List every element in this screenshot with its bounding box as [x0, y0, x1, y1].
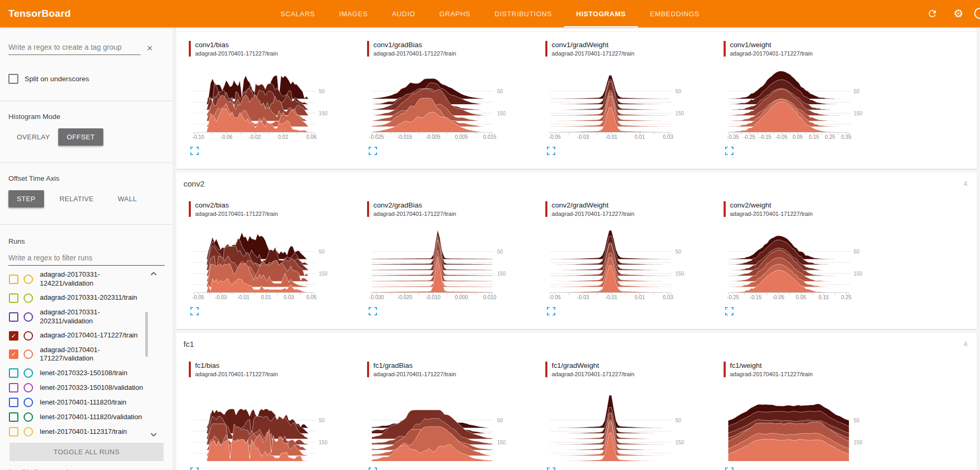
chart-title: fc1/weight	[730, 362, 813, 369]
expand-icon[interactable]	[369, 147, 377, 155]
run-checkbox[interactable]	[9, 398, 18, 407]
tag-filter-input[interactable]	[8, 41, 141, 55]
run-checkbox[interactable]	[9, 383, 18, 392]
tab-audio[interactable]: AUDIO	[380, 0, 427, 27]
svg-text:0.01: 0.01	[261, 294, 272, 300]
svg-text:0.15: 0.15	[809, 134, 820, 140]
chart-card-conv1-bias: conv1/biasadagrad-20170401-171227/train5…	[177, 31, 356, 155]
svg-text:150: 150	[854, 111, 863, 116]
step-button[interactable]: STEP	[8, 190, 44, 207]
run-checkbox[interactable]: ✓	[9, 331, 18, 341]
split-underscores-checkbox[interactable]	[8, 74, 18, 84]
run-color-circle[interactable]	[24, 275, 33, 284]
svg-text:-0.01: -0.01	[606, 134, 618, 140]
divider	[0, 101, 173, 101]
expand-icon[interactable]	[190, 307, 199, 315]
tab-distributions[interactable]: DISTRIBUTIONS	[482, 0, 564, 27]
runs-list: adagrad-20170331-124221/validationadagra…	[0, 268, 173, 441]
overlay-button[interactable]: OVERLAY	[8, 128, 58, 146]
histogram-plot: 50150-0.05-0.03-0.010.010.03	[542, 60, 689, 141]
runs-filter-input[interactable]	[8, 252, 165, 266]
svg-text:0.15: 0.15	[819, 294, 829, 300]
svg-text:-0.02: -0.02	[249, 134, 261, 140]
run-color-circle[interactable]	[24, 312, 33, 322]
runs-filter-row	[8, 252, 165, 266]
refresh-icon[interactable]	[927, 8, 938, 19]
run-color-circle[interactable]	[24, 293, 33, 303]
tab-scalars[interactable]: SCALARS	[268, 0, 327, 27]
expand-icon[interactable]	[369, 467, 377, 470]
chart-run-subtitle: adagrad-20170401-171227/train	[373, 211, 456, 217]
expand-icon[interactable]	[725, 467, 734, 470]
tab-graphs[interactable]: GRAPHS	[427, 0, 482, 27]
run-color-bar	[724, 201, 726, 217]
chart-run-subtitle: adagrad-20170401-171227/train	[195, 50, 278, 57]
run-row: lenet-20170401-112317/train	[0, 424, 173, 439]
chart-title-row: conv2/gradBiasadagrad-20170401-171227/tr…	[367, 201, 534, 217]
run-color-circle[interactable]	[24, 427, 33, 436]
chart-title: conv2/bias	[195, 201, 278, 209]
run-checkbox[interactable]	[9, 368, 18, 378]
expand-icon[interactable]	[547, 467, 555, 470]
expand-icon[interactable]	[547, 307, 555, 315]
tab-images[interactable]: IMAGES	[327, 0, 380, 27]
run-color-circle[interactable]	[24, 349, 33, 359]
expand-icon[interactable]	[725, 147, 734, 155]
clear-tag-filter-icon[interactable]: ×	[147, 43, 153, 53]
toggle-all-runs-button[interactable]: TOGGLE ALL RUNS	[9, 443, 164, 461]
help-icon[interactable]	[974, 8, 980, 19]
run-color-circle[interactable]	[24, 331, 33, 341]
svg-text:-0.03: -0.03	[577, 134, 589, 140]
offset-button[interactable]: OFFSET	[58, 128, 103, 146]
wall-button[interactable]: WALL	[110, 190, 146, 207]
run-color-bar	[367, 201, 369, 217]
run-checkbox[interactable]	[9, 412, 18, 422]
run-checkbox[interactable]: ✓	[9, 349, 18, 359]
run-label: lenet-20170401-111820/validation	[40, 413, 151, 422]
run-row: lenet-20170401-111820/validation	[0, 410, 173, 424]
svg-text:-0.005: -0.005	[426, 134, 441, 140]
run-checkbox[interactable]	[9, 427, 18, 436]
run-label: lenet-20170401-111820/train	[40, 398, 151, 407]
run-color-circle[interactable]	[24, 368, 33, 378]
chart-run-subtitle: adagrad-20170401-171227/train	[730, 371, 813, 377]
run-color-bar	[189, 41, 191, 57]
expand-icon[interactable]	[725, 307, 734, 315]
histogram-plot: 50150-0.05-0.03-0.010.010.03	[542, 220, 689, 302]
chart-title: conv2/gradWeight	[552, 201, 634, 209]
scroll-up-icon[interactable]	[150, 271, 157, 276]
relative-button[interactable]: RELATIVE	[51, 190, 102, 207]
svg-text:50: 50	[319, 89, 325, 94]
run-checkbox[interactable]	[9, 275, 18, 284]
settings-icon[interactable]: ⚙	[953, 8, 964, 19]
svg-text:50: 50	[497, 418, 503, 423]
run-color-circle[interactable]	[24, 398, 33, 407]
group-header-cropped	[176, 27, 977, 31]
runs-scrollbar-thumb[interactable]	[145, 312, 148, 357]
run-color-circle[interactable]	[24, 412, 33, 422]
expand-icon[interactable]	[190, 147, 199, 155]
run-checkbox[interactable]	[9, 312, 18, 322]
group-header[interactable]: conv24	[176, 172, 977, 192]
chart-run-subtitle: adagrad-20170401-171227/train	[730, 50, 813, 57]
chart-title-block: fc1/biasadagrad-20170401-171227/train	[195, 362, 278, 377]
tab-histograms[interactable]: HISTOGRAMS	[564, 0, 638, 27]
svg-text:0.02: 0.02	[278, 134, 288, 140]
expand-icon[interactable]	[369, 307, 377, 315]
run-color-bar	[189, 201, 191, 217]
run-color-bar	[367, 41, 369, 57]
run-row: adagrad-20170331-202311/train	[0, 291, 173, 305]
run-color-bar	[367, 362, 369, 377]
chart-title: conv2/gradBias	[373, 201, 456, 209]
expand-icon[interactable]	[190, 467, 199, 470]
group-header[interactable]: fc14	[176, 333, 977, 352]
chart-run-subtitle: adagrad-20170401-171227/train	[730, 211, 813, 217]
chart-title-block: conv2/gradBiasadagrad-20170401-171227/tr…	[373, 201, 456, 217]
svg-text:50: 50	[675, 418, 682, 423]
expand-icon[interactable]	[547, 147, 555, 155]
run-color-circle[interactable]	[24, 383, 33, 392]
tab-embeddings[interactable]: EMBEDDINGS	[638, 0, 712, 27]
svg-text:150: 150	[675, 111, 684, 116]
scroll-down-icon[interactable]	[150, 432, 157, 438]
run-checkbox[interactable]	[9, 293, 18, 303]
